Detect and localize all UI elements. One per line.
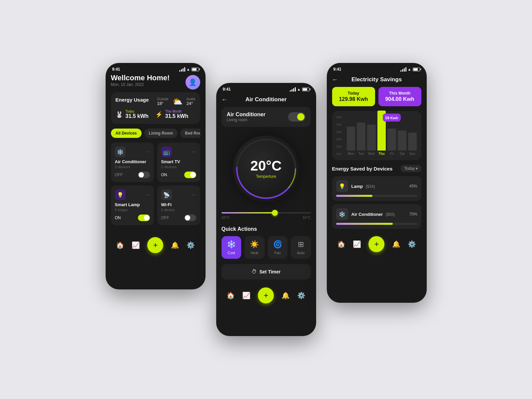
wifi-icon-wrap: 📡 — [161, 190, 172, 200]
temp-slider-thumb[interactable] — [272, 210, 278, 216]
lamp-savings-bar — [336, 195, 417, 197]
nav-settings[interactable]: ⚙️ — [187, 241, 195, 249]
chart-bar-wed: Wed — [367, 125, 376, 156]
quick-actions: Quick Actions ❄️ Cool ☀️ Heat 🌀 Fan ⊞ Au… — [216, 226, 316, 279]
auto-label: Auto — [297, 251, 304, 255]
wifi-status: OFF — [161, 215, 169, 220]
tab-living-room[interactable]: Living Room — [144, 129, 178, 138]
temp-slider-track — [222, 212, 311, 213]
ac-page-title: Air Conditioner — [246, 96, 287, 103]
nav2-settings[interactable]: ⚙️ — [297, 291, 305, 299]
nav2-notifications[interactable]: 🔔 — [281, 291, 290, 299]
tv-status: ON — [161, 173, 167, 177]
action-fan[interactable]: 🌀 Fan — [268, 236, 288, 259]
lamp-icon-wrap: 💡 — [115, 190, 126, 200]
lamp-savings-icon: 💡 — [336, 180, 348, 192]
battery-icon — [192, 68, 199, 71]
phone-savings: 9:41 ▲ ← Electricity Savings Today 129.9 — [327, 63, 427, 303]
action-heat[interactable]: ☀️ Heat — [245, 236, 265, 259]
nav2-stats[interactable]: 📈 — [242, 291, 251, 299]
battery-icon-2 — [302, 88, 309, 91]
status-icons-3: ▲ — [400, 67, 420, 72]
device-card-wifi: 📡 ··· Wi-Fi 1 device OFF — [157, 186, 200, 225]
saved-devices-section: Energy Saved by Devices Today ▾ 💡 Lamp (… — [327, 165, 427, 229]
chart-bar-sat: Sat — [398, 131, 406, 156]
quick-actions-title: Quick Actions — [222, 226, 311, 232]
month-savings-tab[interactable]: This Month 904.00 Kwh — [378, 87, 421, 106]
status-time-3: 9:41 — [333, 67, 341, 72]
lamp-pct: 45% — [409, 184, 417, 189]
nav2-home[interactable]: 🏠 — [227, 291, 235, 299]
ac-count: 3 devices — [115, 165, 150, 169]
today-icon: 🐰 — [116, 111, 123, 118]
home-header: Wellcome Home! Mon, 10 Jan, 2022 👤 — [111, 74, 200, 91]
savings-back-button[interactable]: ← — [332, 76, 338, 83]
lamp-toggle[interactable] — [138, 214, 150, 221]
nav-home[interactable]: 🏠 — [116, 241, 124, 249]
nav3-notifications[interactable]: 🔔 — [392, 240, 400, 248]
device-tabs: All Devices Living Room Bed Room Ba... — [111, 129, 200, 138]
nav-notifications[interactable]: 🔔 — [171, 241, 179, 249]
bottom-nav-2: 🏠 📈 + 🔔 ⚙️ — [216, 283, 316, 309]
action-cool[interactable]: ❄️ Cool — [222, 236, 242, 259]
wifi-toggle[interactable] — [184, 214, 196, 221]
ac-savings-name: Air Conditioner — [351, 212, 383, 217]
signal-icon-3 — [400, 67, 406, 72]
ac-menu-dots[interactable]: ··· — [145, 149, 150, 155]
user-avatar[interactable]: 👤 — [186, 75, 200, 90]
lamp-menu-dots[interactable]: ··· — [145, 192, 150, 198]
timer-icon: ⏱ — [252, 269, 257, 275]
signal-icon-2 — [290, 87, 296, 92]
filter-button[interactable]: Today ▾ — [401, 165, 421, 172]
action-auto[interactable]: ⊞ Auto — [291, 236, 311, 259]
temp-min: 32°C — [222, 215, 230, 219]
thermostat-container: 20°C Temperture — [216, 132, 316, 205]
nav3-settings[interactable]: ⚙️ — [408, 240, 416, 248]
thermostat[interactable]: 20°C Temperture — [233, 136, 299, 202]
set-timer-button[interactable]: ⏱ Set Timer — [222, 264, 311, 279]
savings-tabs: Today 129.98 Kwh This Month 904.00 Kwh — [327, 87, 427, 106]
nav3-stats[interactable]: 📈 — [353, 240, 361, 248]
thermostat-arc — [233, 136, 299, 202]
tv-name: Smart TV — [161, 159, 196, 164]
timer-label: Set Timer — [260, 269, 281, 274]
fan-icon: 🌀 — [273, 240, 282, 249]
chart-bar-mon: Mon — [347, 127, 355, 156]
ac-power-toggle[interactable] — [288, 112, 305, 122]
status-bar-3: 9:41 ▲ — [327, 63, 427, 74]
nav3-home[interactable]: 🏠 — [337, 240, 345, 248]
battery-icon-3 — [413, 68, 420, 71]
today-value: 31.5 kWh — [126, 113, 149, 119]
wifi-count: 1 device — [161, 208, 196, 212]
wifi-menu-dots[interactable]: ··· — [192, 192, 196, 198]
phone-ac: 9:41 ▲ ← Air Conditioner Air Conditioner — [216, 83, 316, 336]
lamp-count: 6 lmaps — [115, 208, 150, 212]
add-device-button[interactable]: + — [147, 237, 163, 253]
bottom-nav-3: 🏠 📈 + 🔔 ⚙️ — [327, 232, 427, 257]
wifi-name: Wi-Fi — [161, 202, 196, 207]
bottom-nav-1: 🏠 📈 + 🔔 ⚙️ — [106, 233, 206, 258]
ac-toggle-card: Air Conditioner Living room — [222, 107, 311, 127]
tab-bed-room[interactable]: Bed Room — [180, 129, 200, 138]
device-card-ac: ❄️ ··· Air Conditioner 3 devices OFF — [111, 143, 154, 182]
ac-icon-wrap: ❄️ — [115, 147, 126, 157]
tv-menu-dots[interactable]: ··· — [192, 149, 196, 155]
temp-slider-fill — [222, 212, 275, 213]
chart-bar-sun: Sun — [408, 133, 417, 156]
add-fab-3[interactable]: + — [368, 236, 384, 252]
ac-back-button[interactable]: ← — [222, 96, 228, 103]
outside-label: Outside — [157, 97, 168, 101]
energy-title: Energy Usage — [116, 97, 149, 103]
today-savings-tab[interactable]: Today 129.98 Kwh — [332, 87, 375, 106]
add-fab-2[interactable]: + — [258, 287, 274, 303]
temp-slider-wrap: 32°C 16°C — [216, 212, 316, 219]
tv-device-icon: 📺 — [163, 149, 170, 155]
tab-all-devices[interactable]: All Devices — [111, 129, 142, 138]
ac-toggle[interactable] — [138, 172, 150, 178]
tv-toggle[interactable] — [184, 172, 196, 178]
ac-name: Air Conditioner — [115, 159, 150, 164]
device-card-tv: 📺 ··· Smart TV 2 devices ON — [157, 143, 200, 182]
lamp-savings-card: 💡 Lamp ($34) 45% — [332, 176, 421, 201]
nav-stats[interactable]: 📈 — [132, 241, 140, 249]
ac-pct: 70% — [409, 212, 417, 216]
